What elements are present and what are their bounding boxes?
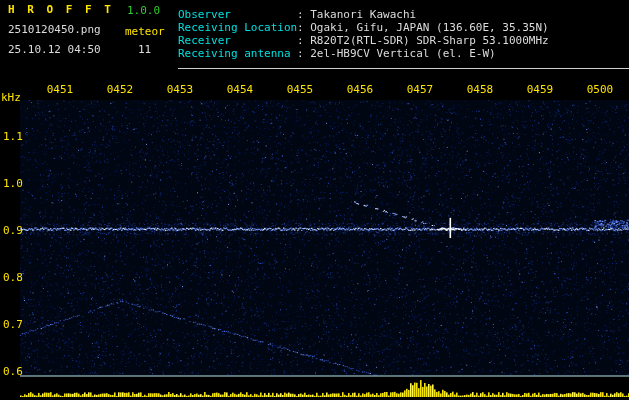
time-tick-label: 0455 xyxy=(286,84,314,96)
time-tick-label: 0458 xyxy=(466,84,494,96)
time-tick-label: 0456 xyxy=(346,84,374,96)
spectrogram-canvas xyxy=(0,0,629,400)
info-value: : 2el-HB9CV Vertical (el. E-W) xyxy=(297,47,496,60)
output-filename: 2510120450.png xyxy=(8,24,101,36)
frequency-axis: 1.11.00.90.80.70.6 xyxy=(0,0,20,400)
frequency-tick-label: 0.9 xyxy=(3,225,23,237)
info-label: Observer xyxy=(178,8,297,21)
frequency-tick-label: 0.8 xyxy=(3,272,23,284)
observation-mode: meteor xyxy=(125,26,165,38)
time-tick-label: 0454 xyxy=(226,84,254,96)
info-value: : R820T2(RTL-SDR) SDR-Sharp 53.1000MHz xyxy=(297,34,549,47)
info-value: : Takanori Kawachi xyxy=(297,8,416,21)
echo-count: 11 xyxy=(138,44,151,56)
hrofft-output-image: H R O F F T 1.0.0 2510120450.png meteor … xyxy=(0,0,629,400)
frequency-tick-label: 0.6 xyxy=(3,366,23,378)
frequency-tick-label: 1.0 xyxy=(3,178,23,190)
station-info-row: Receiving antenna: 2el-HB9CV Vertical (e… xyxy=(178,47,549,60)
time-tick-label: 0500 xyxy=(586,84,614,96)
time-tick-label: 0452 xyxy=(106,84,134,96)
time-tick-label: 0457 xyxy=(406,84,434,96)
header-separator xyxy=(178,68,629,69)
frequency-tick-label: 1.1 xyxy=(3,131,23,143)
frequency-tick-label: 0.7 xyxy=(3,319,23,331)
app-version: 1.0.0 xyxy=(127,5,160,17)
frequency-axis-unit: kHz xyxy=(1,92,21,104)
time-tick-label: 0451 xyxy=(46,84,74,96)
time-tick-label: 0459 xyxy=(526,84,554,96)
app-title: H R O F F T xyxy=(8,4,114,16)
info-label: Receiver xyxy=(178,34,297,47)
time-tick-label: 0453 xyxy=(166,84,194,96)
station-info-row: Observer: Takanori Kawachi xyxy=(178,8,549,21)
observation-datetime: 25.10.12 04:50 xyxy=(8,44,101,56)
station-info-row: Receiver: R820T2(RTL-SDR) SDR-Sharp 53.1… xyxy=(178,34,549,47)
info-label: Receiving Location xyxy=(178,21,297,34)
station-info-row: Receiving Location: Ogaki, Gifu, JAPAN (… xyxy=(178,21,549,34)
station-info: Observer: Takanori KawachiReceiving Loca… xyxy=(178,8,549,60)
time-axis: 0451045204530454045504560457045804590500 xyxy=(0,84,629,96)
info-label: Receiving antenna xyxy=(178,47,297,60)
info-value: : Ogaki, Gifu, JAPAN (136.60E, 35.35N) xyxy=(297,21,549,34)
